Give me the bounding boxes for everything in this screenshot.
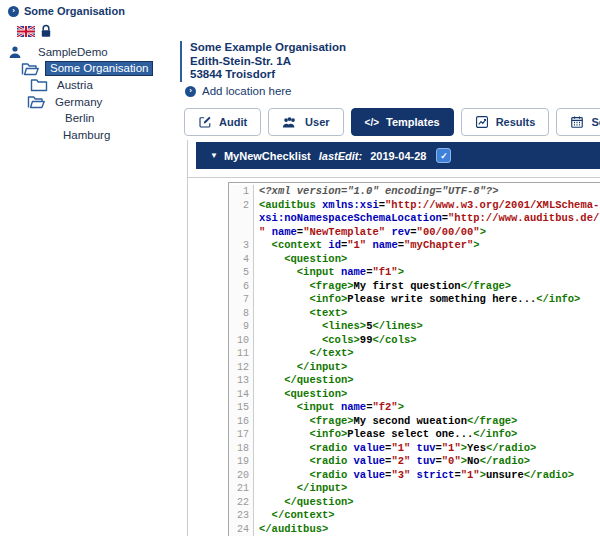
code-line[interactable]: 18 <radio value="1" tuv="1">Yes</radio> bbox=[229, 442, 600, 456]
code-text: </text> bbox=[254, 347, 354, 361]
person-icon bbox=[8, 45, 22, 59]
line-number: 8 bbox=[229, 307, 254, 321]
code-text: <cols>99</cols> bbox=[254, 334, 417, 348]
code-line[interactable]: 4 <question> bbox=[229, 253, 600, 267]
line-number: 13 bbox=[229, 374, 254, 388]
code-text: xsi:noNamespaceSchemaLocation="http://ww… bbox=[254, 212, 599, 226]
code-text: <input name="f1"> bbox=[254, 266, 404, 280]
tab-schedule[interactable]: Schedule bbox=[556, 108, 600, 136]
line-number: 24 bbox=[229, 523, 254, 536]
line-number: 1 bbox=[229, 185, 254, 199]
tree-item-some-organisation[interactable]: Some Organisation bbox=[0, 61, 175, 78]
tab-results[interactable]: Results bbox=[461, 108, 550, 136]
circle-arrow-icon: › bbox=[8, 6, 19, 17]
code-line[interactable]: 20 <radio value="3" strict="1">unsure</r… bbox=[229, 469, 600, 483]
last-edit-label: lastEdit: bbox=[319, 150, 362, 162]
folder-open-icon bbox=[27, 95, 45, 109]
code-text: <info>Please write something here...</in… bbox=[254, 293, 580, 307]
panel-divider bbox=[187, 177, 600, 178]
code-text: <context id="1" name="myChapter"> bbox=[254, 239, 480, 253]
code-editor[interactable]: 1<?xml version="1.0" encoding="UTF-8"?>2… bbox=[228, 182, 600, 536]
code-text: </input> bbox=[254, 361, 347, 375]
collapse-triangle-icon[interactable]: ▼ bbox=[210, 152, 218, 160]
code-text: </question> bbox=[254, 374, 354, 388]
top-org-label: Some Organisation bbox=[24, 5, 125, 17]
code-line[interactable]: 5 <input name="f1"> bbox=[229, 266, 600, 280]
tree-item-sampledemo[interactable]: SampleDemo bbox=[0, 44, 175, 61]
line-number: 12 bbox=[229, 361, 254, 375]
lock-icon[interactable] bbox=[40, 24, 52, 38]
code-text: <auditbus xmlns:xsi="http://www.w3.org/2… bbox=[254, 199, 599, 213]
code-line[interactable]: 19 <radio value="2" tuv="0">No</radio> bbox=[229, 455, 600, 469]
code-line[interactable]: " name="NewTemplate" rev="00/00/00"> bbox=[229, 226, 600, 240]
line-number: 6 bbox=[229, 280, 254, 294]
code-line[interactable]: 14 <question> bbox=[229, 388, 600, 402]
line-number: 10 bbox=[229, 334, 254, 348]
line-number bbox=[229, 226, 254, 240]
code-line[interactable]: 23 </context> bbox=[229, 509, 600, 523]
code-text: </question> bbox=[254, 496, 354, 510]
code-text: <frage>My first question</frage> bbox=[254, 280, 511, 294]
code-line[interactable]: 11 </text> bbox=[229, 347, 600, 361]
users-icon bbox=[282, 116, 298, 129]
last-edit-date: 2019-04-28 bbox=[370, 150, 426, 162]
top-org-link[interactable]: › Some Organisation bbox=[8, 5, 125, 17]
checklist-active-checkbox[interactable]: ✓ bbox=[436, 148, 451, 163]
code-text: <input name="f2"> bbox=[254, 401, 404, 415]
code-text: <frage>My second wueation</frage> bbox=[254, 415, 517, 429]
org-name: Some Example Organisation bbox=[190, 41, 346, 55]
line-number: 7 bbox=[229, 293, 254, 307]
code-text: <radio value="2" tuv="0">No</radio> bbox=[254, 455, 530, 469]
tree-item-germany[interactable]: Germany bbox=[0, 94, 175, 111]
code-line[interactable]: 9 <lines>5</lines> bbox=[229, 320, 600, 334]
folder-closed-icon bbox=[30, 78, 48, 92]
code-text: </auditbus> bbox=[254, 523, 328, 536]
line-number: 22 bbox=[229, 496, 254, 510]
code-line[interactable]: 6 <frage>My first question</frage> bbox=[229, 280, 600, 294]
code-line[interactable]: 24</auditbus> bbox=[229, 523, 600, 536]
line-number: 20 bbox=[229, 469, 254, 483]
calendar-icon bbox=[570, 115, 584, 129]
checklist-panel-header[interactable]: ▼ MyNewChecklist lastEdit: 2019-04-28 ✓ bbox=[196, 142, 600, 169]
line-number: 21 bbox=[229, 482, 254, 496]
tab-audit[interactable]: Audit bbox=[184, 108, 261, 136]
code-line[interactable]: 15 <input name="f2"> bbox=[229, 401, 600, 415]
checklist-title: MyNewChecklist bbox=[224, 150, 311, 162]
line-number: 4 bbox=[229, 253, 254, 267]
code-line[interactable]: 12 </input> bbox=[229, 361, 600, 375]
code-line[interactable]: 2<auditbus xmlns:xsi="http://www.w3.org/… bbox=[229, 199, 600, 213]
add-location-link[interactable]: › Add location here bbox=[185, 85, 292, 97]
code-line[interactable]: 8 <text> bbox=[229, 307, 600, 321]
code-line[interactable]: 17 <info>Please select one...</info> bbox=[229, 428, 600, 442]
org-address-header: Some Example Organisation Edith-Stein-St… bbox=[180, 41, 346, 82]
code-line[interactable]: 16 <frage>My second wueation</frage> bbox=[229, 415, 600, 429]
code-icon: </> bbox=[365, 117, 379, 128]
line-number: 14 bbox=[229, 388, 254, 402]
code-line[interactable]: xsi:noNamespaceSchemaLocation="http://ww… bbox=[229, 212, 600, 226]
code-line[interactable]: 7 <info>Please write something here...</… bbox=[229, 293, 600, 307]
circle-arrow-icon: › bbox=[185, 86, 196, 97]
line-number: 9 bbox=[229, 320, 254, 334]
code-line[interactable]: 13 </question> bbox=[229, 374, 600, 388]
code-line[interactable]: 3 <context id="1" name="myChapter"> bbox=[229, 239, 600, 253]
uk-flag-icon[interactable] bbox=[17, 26, 35, 37]
line-number: 16 bbox=[229, 415, 254, 429]
line-number: 11 bbox=[229, 347, 254, 361]
code-text: " name="NewTemplate" rev="00/00/00"> bbox=[254, 226, 486, 240]
folder-open-icon bbox=[21, 62, 39, 76]
code-line[interactable]: 21 </input> bbox=[229, 482, 600, 496]
tab-templates[interactable]: </> Templates bbox=[351, 108, 454, 136]
code-line[interactable]: 1<?xml version="1.0" encoding="UTF-8"?> bbox=[229, 185, 600, 199]
line-number: 5 bbox=[229, 266, 254, 280]
code-text: <info>Please select one...</info> bbox=[254, 428, 517, 442]
code-line[interactable]: 22 </question> bbox=[229, 496, 600, 510]
code-text: <radio value="1" tuv="1">Yes</radio> bbox=[254, 442, 536, 456]
tree-item-hamburg[interactable]: Hamburg bbox=[0, 127, 175, 144]
tree-item-austria[interactable]: Austria bbox=[0, 77, 175, 94]
code-text: </context> bbox=[254, 509, 335, 523]
content-left-border bbox=[187, 140, 188, 536]
code-line[interactable]: 10 <cols>99</cols> bbox=[229, 334, 600, 348]
code-text: <text> bbox=[254, 307, 347, 321]
tree-item-berlin[interactable]: Berlin bbox=[0, 110, 175, 127]
tab-user[interactable]: User bbox=[268, 108, 343, 136]
